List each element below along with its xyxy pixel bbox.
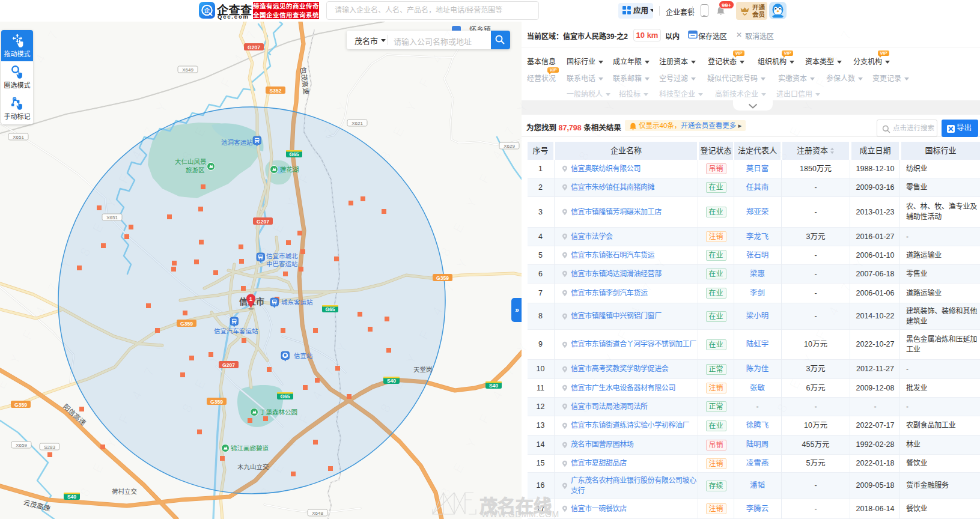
svg-text:旅游区: 旅游区 <box>186 166 205 174</box>
svg-text:G359: G359 <box>14 402 27 408</box>
svg-text:G359: G359 <box>180 321 193 327</box>
svg-text:X651: X651 <box>13 135 24 140</box>
svg-text:G65: G65 <box>280 393 290 399</box>
svg-text:池洞客运站: 池洞客运站 <box>221 139 253 146</box>
svg-text:S352: S352 <box>270 88 282 94</box>
svg-text:G207: G207 <box>222 362 235 368</box>
svg-text:X621: X621 <box>352 121 363 126</box>
svg-text:G65: G65 <box>325 306 335 312</box>
svg-text:木九山立交: 木九山立交 <box>237 463 269 470</box>
svg-text:丁堡森林公园: 丁堡森林公园 <box>260 408 297 416</box>
svg-text:S40: S40 <box>67 494 76 500</box>
svg-text:企: 企 <box>204 7 210 14</box>
svg-text:S283: S283 <box>44 445 55 450</box>
svg-text:G207: G207 <box>257 219 269 225</box>
svg-text:信宜站: 信宜站 <box>294 352 313 359</box>
svg-text:G359: G359 <box>210 399 223 405</box>
svg-text:锦江画廊碧道: 锦江画廊碧道 <box>231 445 269 452</box>
svg-text:莲花湖: 莲花湖 <box>280 166 299 173</box>
svg-text:荷村立交: 荷村立交 <box>112 488 137 495</box>
svg-text:城东客运站: 城东客运站 <box>281 299 313 306</box>
svg-text:X649: X649 <box>182 67 193 73</box>
svg-text:X659: X659 <box>16 443 27 448</box>
svg-text:G65: G65 <box>289 151 299 157</box>
svg-text:X648: X648 <box>312 511 323 516</box>
